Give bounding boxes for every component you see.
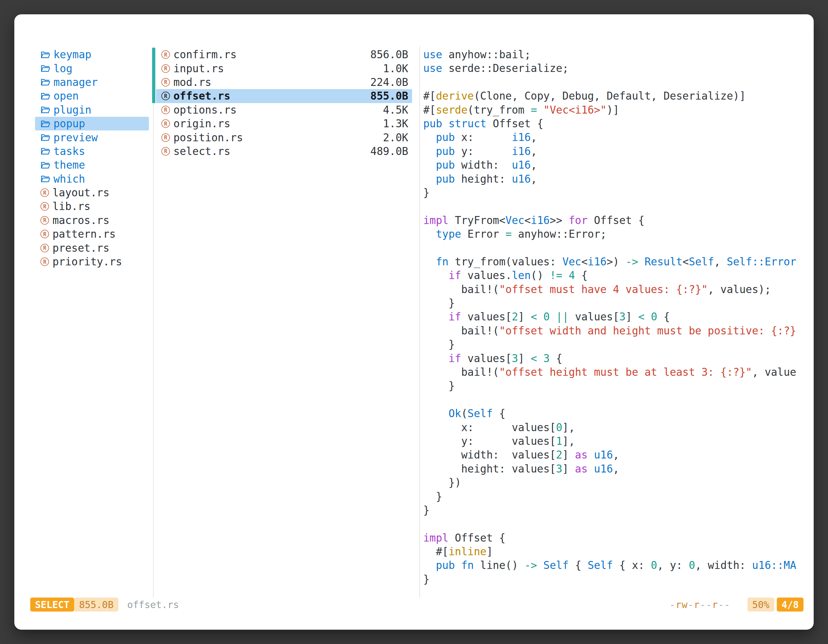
sidebar-item-which[interactable]: which — [35, 172, 149, 186]
file-row-wrap: Roffset.rs855.0B — [152, 89, 419, 103]
file-row-wrap: Rconfirm.rs856.0B — [152, 48, 419, 61]
code-line: height: values[3] as u16, — [423, 462, 805, 476]
rust-file-icon: R — [41, 244, 49, 252]
code-line: if values[2] < 0 || values[3] < 0 { — [423, 310, 805, 324]
sidebar-item-macros.rs[interactable]: Rmacros.rs — [35, 213, 149, 227]
folder-name: preview — [53, 132, 98, 144]
code-line: }) — [423, 476, 805, 489]
code-line — [423, 241, 805, 255]
folder-name: open — [53, 90, 78, 102]
file-name: macros.rs — [52, 214, 110, 227]
current-directory-pane: Rconfirm.rs856.0BRinput.rs1.0KRmod.rs224… — [152, 48, 419, 158]
code-line: Ok(Self { — [423, 407, 805, 420]
folder-icon — [41, 64, 50, 73]
file-name: priority.rs — [52, 255, 122, 268]
file-row-options.rs[interactable]: Roptions.rs4.5K — [156, 103, 412, 117]
sidebar-item-plugin[interactable]: plugin — [35, 103, 149, 117]
code-line — [423, 199, 805, 213]
sidebar-item-layout.rs[interactable]: Rlayout.rs — [35, 186, 149, 199]
sidebar-item-keymap[interactable]: keymap — [35, 48, 149, 61]
rust-file-icon: R — [41, 216, 49, 225]
sidebar-item-preset.rs[interactable]: Rpreset.rs — [35, 241, 149, 255]
rust-file-icon: R — [162, 50, 170, 59]
folder-icon — [41, 174, 50, 183]
code-line — [423, 393, 805, 407]
code-line: pub fn line() -> Self { Self { x: 0, y: … — [423, 558, 805, 572]
sidebar-item-priority.rs[interactable]: Rpriority.rs — [35, 255, 149, 268]
sidebar-item-log[interactable]: log — [35, 61, 149, 75]
sidebar-item-manager[interactable]: manager — [35, 75, 149, 89]
file-name: origin.rs — [173, 118, 231, 130]
code-line: bail!("offset must have 4 values: {:?}",… — [423, 282, 805, 296]
folder-icon — [41, 119, 50, 128]
file-name: position.rs — [173, 132, 243, 144]
rust-file-icon: R — [162, 64, 170, 73]
file-row-origin.rs[interactable]: Rorigin.rs1.3K — [156, 117, 412, 130]
file-size: 856.0B — [370, 49, 408, 61]
selection-marker — [152, 117, 155, 130]
file-row-input.rs[interactable]: Rinput.rs1.0K — [156, 61, 412, 75]
file-row-mod.rs[interactable]: Rmod.rs224.0B — [156, 75, 412, 89]
sidebar-item-popup[interactable]: popup — [35, 117, 149, 130]
parent-directory-pane: keymaplogmanageropenpluginpopuppreviewta… — [35, 48, 149, 268]
folder-name: tasks — [53, 145, 85, 158]
file-row-offset.rs[interactable]: Roffset.rs855.0B — [156, 89, 412, 103]
rust-file-icon: R — [162, 106, 170, 114]
scroll-percent-badge: 50% — [748, 597, 774, 611]
rust-file-icon: R — [162, 78, 170, 86]
folder-name: keymap — [53, 49, 91, 61]
file-size: 224.0B — [370, 76, 408, 88]
code-line — [423, 75, 805, 89]
sidebar-item-tasks[interactable]: tasks — [35, 144, 149, 158]
selection-marker — [152, 61, 155, 75]
file-name: lib.rs — [52, 200, 90, 213]
sidebar-item-pattern.rs[interactable]: Rpattern.rs — [35, 227, 149, 241]
file-size: 4.5K — [383, 104, 408, 116]
sidebar-item-preview[interactable]: preview — [35, 130, 149, 144]
file-size: 1.3K — [383, 118, 408, 130]
code-line: bail!("offset height must be at least 3:… — [423, 365, 805, 379]
file-row-position.rs[interactable]: Rposition.rs2.0K — [156, 130, 412, 144]
sidebar-item-theme[interactable]: theme — [35, 158, 149, 172]
file-name: preset.rs — [52, 242, 110, 254]
selection-marker — [152, 75, 155, 89]
status-filename: offset.rs — [127, 599, 179, 610]
code-line: width: values[2] as u16, — [423, 448, 805, 462]
selection-marker — [152, 89, 155, 103]
sidebar-item-open[interactable]: open — [35, 89, 149, 103]
file-name: offset.rs — [173, 90, 231, 102]
code-line: if values[3] < 3 { — [423, 352, 805, 365]
code-line: } — [423, 186, 805, 199]
file-row-select.rs[interactable]: Rselect.rs489.0B — [156, 144, 412, 158]
file-row-wrap: Rorigin.rs1.3K — [152, 117, 419, 130]
status-bar-right: -rw-r--r-- 50% 4/8 — [670, 597, 803, 611]
selection-marker — [152, 103, 155, 117]
file-name: select.rs — [173, 145, 231, 158]
folder-name: which — [53, 173, 85, 185]
code-line: if values.len() != 4 { — [423, 268, 805, 282]
code-line — [423, 517, 805, 531]
folder-icon — [41, 50, 50, 60]
file-name: options.rs — [173, 104, 237, 116]
code-line: x: values[0], — [423, 421, 805, 434]
rust-file-icon: R — [41, 202, 49, 211]
mode-badge: SELECT — [30, 597, 74, 611]
sidebar-item-lib.rs[interactable]: Rlib.rs — [35, 199, 149, 213]
code-line: y: values[1], — [423, 434, 805, 448]
folder-name: manager — [53, 76, 98, 88]
file-size: 2.0K — [383, 132, 408, 144]
file-row-confirm.rs[interactable]: Rconfirm.rs856.0B — [156, 48, 412, 61]
file-name: mod.rs — [173, 76, 211, 88]
code-line: pub width: u16, — [423, 158, 805, 172]
file-size-badge: 855.0B — [74, 597, 118, 611]
folder-name: log — [53, 63, 72, 75]
code-line: } — [423, 296, 805, 310]
file-name: confirm.rs — [173, 49, 237, 61]
code-line: } — [423, 338, 805, 351]
rust-file-icon: R — [162, 92, 170, 100]
file-preview-pane[interactable]: use anyhow::bail;use serde::Deserialize;… — [423, 48, 805, 592]
file-manager-window: keymaplogmanageropenpluginpopuppreviewta… — [14, 14, 814, 630]
code-line: pub x: i16, — [423, 130, 805, 144]
code-line: type Error = anyhow::Error; — [423, 227, 805, 241]
rust-file-icon: R — [162, 147, 170, 155]
